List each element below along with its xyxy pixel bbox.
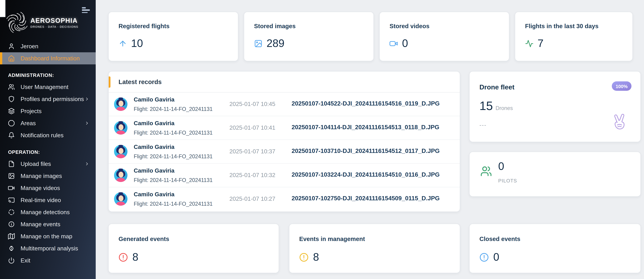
event-card-label: Closed events xyxy=(480,236,520,242)
record-file-link[interactable]: 20250107-103710-DJI_20241116154512_0117_… xyxy=(292,148,440,154)
fleet-percentage-badge: 100% xyxy=(612,82,632,91)
main-content: Registered flights 10 Stored images 289 … xyxy=(96,0,644,279)
accent-bar xyxy=(109,76,110,88)
sidebar-item-projects[interactable]: Projects xyxy=(0,105,96,117)
sidebar-item-label: Manage on the map xyxy=(20,233,72,240)
image-icon xyxy=(254,39,262,48)
alert-circle-icon xyxy=(299,252,308,262)
avatar xyxy=(114,145,128,158)
stat-card-stored-images: Stored images 289 xyxy=(244,12,374,61)
sidebar-item-areas[interactable]: Areas xyxy=(0,117,96,129)
map-icon xyxy=(8,233,15,240)
active-indicator-bar xyxy=(0,52,2,64)
sidebar-item-label: Manage images xyxy=(20,172,62,179)
record-timestamp: 2025-01-07 10:37 xyxy=(230,148,275,155)
record-flight: Flight: 2024-11-14-FO_20241131 xyxy=(134,130,212,136)
record-timestamp: 2025-01-07 10:32 xyxy=(230,172,275,178)
sidebar-item-manage-videos[interactable]: Manage videos xyxy=(0,182,96,194)
pilots-card: 0 PILOTS xyxy=(469,152,641,197)
record-row[interactable]: Camilo Gaviria Flight: 2024-11-14-FO_202… xyxy=(109,116,460,140)
record-row[interactable]: Camilo Gaviria Flight: 2024-11-14-FO_202… xyxy=(109,164,460,187)
watch-icon xyxy=(8,245,15,252)
pilots-count: 0 xyxy=(498,160,504,172)
stat-label: Stored images xyxy=(254,23,296,30)
sidebar-item-label: Multitemporal analysis xyxy=(20,245,78,252)
drone-count: 15 xyxy=(480,99,493,113)
cast-icon xyxy=(8,197,15,204)
sidebar-item-manage-events[interactable]: Manage events xyxy=(0,218,96,230)
sidebar-item-upload-files[interactable]: Upload files xyxy=(0,158,96,170)
sidebar-item-user-management[interactable]: User Management xyxy=(0,81,96,93)
record-row[interactable]: Camilo Gaviria Flight: 2024-11-14-FO_202… xyxy=(109,187,460,210)
latest-records-title: Latest records xyxy=(118,78,162,86)
record-flight: Flight: 2024-11-14-FO_20241131 xyxy=(134,153,212,160)
record-row[interactable]: Camilo Gaviria Flight: 2024-11-14-FO_202… xyxy=(109,140,460,164)
drone-fleet-card: Drone fleet 100% 15 Drones --- xyxy=(469,71,641,142)
sidebar-item-label: Manage videos xyxy=(20,185,60,191)
sidebar-item-multitemporal-analysis[interactable]: Multitemporal analysis xyxy=(0,242,96,254)
sidebar-item-user-jeroen[interactable]: Jeroen xyxy=(0,40,96,52)
stat-card-flights-30-days: Flights in the last 30 days 7 xyxy=(515,12,633,61)
menu-icon xyxy=(82,7,86,8)
record-file-link[interactable]: 20250107-103224-DJI_20241116154510_0116_… xyxy=(292,171,440,178)
bell-icon xyxy=(8,132,15,138)
latest-records-card: Latest records Camilo Gaviria Flight: 20… xyxy=(108,71,460,212)
sidebar-item-manage-images[interactable]: Manage images xyxy=(0,170,96,182)
record-file-link[interactable]: 20250107-104114-DJI_20241116154513_0118_… xyxy=(292,124,439,130)
record-user-name: Camilo Gaviria xyxy=(134,120,174,126)
sidebar-item-dashboard-information[interactable]: Dashboard Information xyxy=(0,52,96,64)
scan-icon xyxy=(8,209,15,216)
sidebar-collapse-button[interactable] xyxy=(82,7,91,14)
drone-fleet-title: Drone fleet xyxy=(480,83,514,91)
record-flight: Flight: 2024-11-14-FO_20241131 xyxy=(134,106,212,112)
sidebar-item-real-time-video[interactable]: Real-time video xyxy=(0,194,96,206)
chevron-right-icon xyxy=(84,96,90,102)
users-icon xyxy=(8,84,15,90)
sidebar-item-label: Areas xyxy=(20,120,36,126)
dashboard-page: AEROSOPHIA DRONES - DATA - DECISIONS Jer… xyxy=(0,0,644,279)
sidebar-item-label: Dashboard Information xyxy=(20,55,80,62)
peace-hand-icon xyxy=(611,113,629,132)
closed-events-card: Closed events 0 xyxy=(469,224,641,273)
event-card-value: 0 xyxy=(493,251,499,263)
avatar xyxy=(114,121,128,134)
video-icon xyxy=(8,185,15,191)
stat-value: 0 xyxy=(402,37,408,50)
layers-icon xyxy=(8,108,15,114)
avatar xyxy=(114,192,128,206)
sidebar-item-label: Projects xyxy=(20,108,42,114)
alert-circle-icon xyxy=(118,252,128,262)
sidebar-item-notification-rules[interactable]: Notification rules xyxy=(0,129,96,141)
sidebar-item-manage-detections[interactable]: Manage detections xyxy=(0,206,96,218)
generated-events-card: Generated events 8 xyxy=(108,224,279,273)
section-label-administration: ADMINISTRATION: xyxy=(0,72,96,78)
sidebar-item-manage-on-map[interactable]: Manage on the map xyxy=(0,230,96,242)
sidebar-item-label: User Management xyxy=(20,84,68,90)
record-file-link[interactable]: 20250107-102750-DJI_20241116154509_0115_… xyxy=(292,195,440,202)
record-timestamp: 2025-01-07 10:41 xyxy=(230,124,275,131)
record-timestamp: 2025-01-07 10:45 xyxy=(230,100,275,107)
sidebar: AEROSOPHIA DRONES - DATA - DECISIONS Jer… xyxy=(0,0,96,279)
stat-value: 10 xyxy=(131,37,143,50)
record-flight: Flight: 2024-11-14-FO_20241131 xyxy=(134,177,212,183)
video-icon xyxy=(390,39,398,48)
stat-label: Registered flights xyxy=(118,23,170,30)
image-icon xyxy=(8,172,15,179)
home-icon xyxy=(8,55,15,62)
latest-records-header: Latest records xyxy=(109,72,460,92)
sidebar-item-label: Real-time video xyxy=(20,197,61,204)
fleet-note: --- xyxy=(480,122,486,128)
sidebar-item-label: Exit xyxy=(20,257,30,264)
sidebar-item-exit[interactable]: Exit xyxy=(0,254,96,266)
stat-label: Flights in the last 30 days xyxy=(525,23,598,30)
record-user-name: Camilo Gaviria xyxy=(134,144,174,150)
record-row[interactable]: Camilo Gaviria Flight: 2024-11-14-FO_202… xyxy=(109,92,460,116)
event-card-value: 8 xyxy=(132,251,138,263)
record-user-name: Camilo Gaviria xyxy=(134,96,174,103)
octagon-icon xyxy=(8,120,15,126)
alert-circle-icon xyxy=(480,252,489,262)
sidebar-item-profiles-permissions[interactable]: Profiles and permissions xyxy=(0,93,96,105)
chevron-right-icon xyxy=(84,162,90,166)
record-file-link[interactable]: 20250107-104522-DJI_20241116154516_0119_… xyxy=(292,100,440,107)
power-icon xyxy=(8,257,15,264)
